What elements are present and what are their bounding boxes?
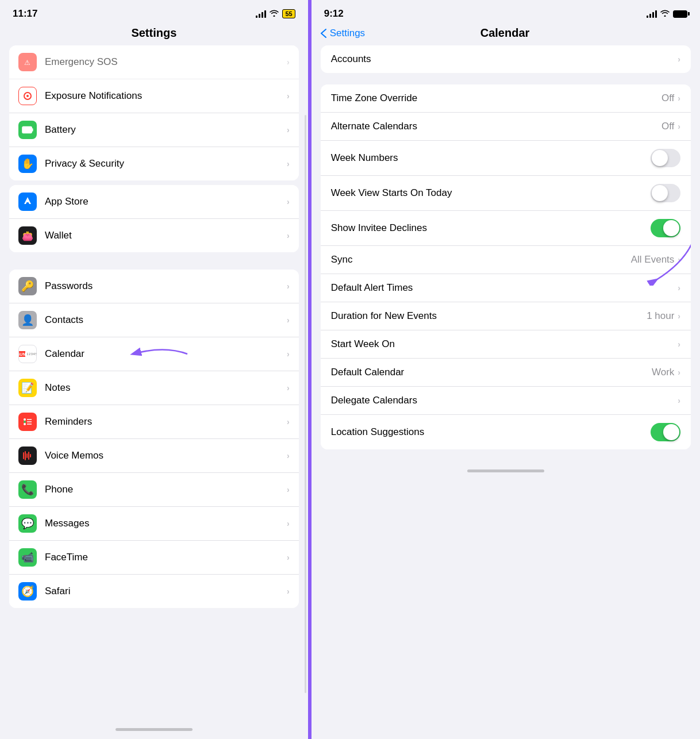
list-item[interactable]: Default Calendar Work ›	[321, 359, 691, 387]
right-title: Calendar	[480, 26, 530, 40]
svg-rect-4	[32, 128, 33, 131]
list-item[interactable]: Sync All Events ›	[321, 246, 691, 274]
list-item[interactable]: Duration for New Events 1 hour ›	[321, 302, 691, 330]
back-button[interactable]: Settings	[321, 28, 365, 39]
list-item[interactable]: Alternate Calendars Off ›	[321, 113, 691, 141]
week-view-label: Week View Starts On Today	[331, 187, 651, 199]
contacts-label: Contacts	[45, 314, 287, 326]
list-item[interactable]: Accounts ›	[321, 45, 691, 73]
list-item[interactable]: Battery ›	[9, 113, 299, 147]
list-item[interactable]: Delegate Calendars ›	[321, 387, 691, 415]
safari-icon: 🧭	[18, 582, 37, 601]
list-item[interactable]: 📝 Notes ›	[9, 371, 299, 405]
list-item[interactable]: Show Invitee Declines	[321, 211, 691, 246]
chevron-icon: ›	[287, 125, 290, 134]
week-numbers-toggle[interactable]	[651, 149, 680, 167]
default-calendar-label: Default Calendar	[331, 367, 652, 378]
chevron-icon: ›	[287, 587, 290, 596]
list-item[interactable]: ⚠ Emergency SOS ›	[9, 45, 299, 79]
list-item[interactable]: Week Numbers	[321, 141, 691, 176]
invitee-declines-label: Show Invitee Declines	[331, 222, 651, 234]
list-item[interactable]: 👛 Wallet ›	[9, 219, 299, 252]
signal-icon	[256, 10, 266, 18]
list-item[interactable]: SUN 1 2 3 4 5 Calendar ›	[9, 337, 299, 371]
chevron-icon: ›	[678, 368, 680, 377]
chevron-icon: ›	[287, 282, 290, 291]
default-alert-label: Default Alert Times	[331, 282, 678, 294]
right-status-icons	[647, 9, 687, 18]
calendar-label: Calendar	[45, 348, 287, 360]
list-item[interactable]: Default Alert Times ›	[321, 274, 691, 302]
exposure-label: Exposure Notifications	[45, 90, 287, 102]
list-item[interactable]: 💬 Messages ›	[9, 507, 299, 541]
location-suggestions-label: Location Suggestions	[331, 426, 651, 438]
notes-label: Notes	[45, 382, 287, 394]
duration-label: Duration for New Events	[331, 310, 647, 322]
chevron-icon: ›	[678, 283, 680, 292]
settings-group-1: ⚠ Emergency SOS › Exposure Notifications…	[9, 45, 299, 180]
chevron-icon: ›	[678, 340, 680, 349]
appstore-icon	[18, 193, 37, 211]
signal-icon	[647, 10, 657, 18]
right-nav-bar: Settings Calendar	[311, 24, 700, 45]
right-status-bar: 9:12	[311, 0, 700, 24]
wallet-label: Wallet	[45, 230, 287, 241]
settings-group-3: 🔑 Passwords › 👤 Contacts › SUN	[9, 270, 299, 608]
sync-label: Sync	[331, 254, 631, 265]
calendar-settings-group: Time Zone Override Off › Alternate Calen…	[321, 84, 691, 449]
scrollbar[interactable]	[305, 115, 306, 693]
list-item[interactable]: 📞 Phone ›	[9, 473, 299, 507]
list-item[interactable]: Voice Memos ›	[9, 439, 299, 473]
passwords-icon: 🔑	[18, 277, 37, 295]
list-item[interactable]: 👤 Contacts ›	[9, 303, 299, 337]
battery-settings-icon	[18, 121, 37, 139]
week-numbers-label: Week Numbers	[331, 152, 651, 164]
left-title: Settings	[131, 26, 176, 39]
list-item[interactable]: ✋ Privacy & Security ›	[9, 147, 299, 180]
svg-rect-13	[26, 453, 28, 458]
battery-full-icon	[673, 10, 687, 18]
left-time: 11:17	[13, 8, 37, 20]
safari-label: Safari	[45, 586, 287, 597]
chevron-icon: ›	[287, 349, 290, 359]
list-item[interactable]: 🧭 Safari ›	[9, 575, 299, 608]
list-item[interactable]: 🔑 Passwords ›	[9, 270, 299, 303]
list-item[interactable]: Time Zone Override Off ›	[321, 84, 691, 113]
battery-icon: 55	[282, 9, 295, 18]
accounts-group: Accounts ›	[321, 45, 691, 73]
list-item[interactable]: Reminders ›	[9, 405, 299, 439]
accounts-label: Accounts	[331, 53, 678, 65]
chevron-icon: ›	[287, 417, 290, 426]
privacy-icon: ✋	[18, 155, 37, 173]
list-item[interactable]: Start Week On ›	[321, 330, 691, 359]
chevron-icon: ›	[678, 255, 680, 264]
reminders-label: Reminders	[45, 416, 287, 428]
privacy-label: Privacy & Security	[45, 158, 287, 170]
delegate-cal-label: Delegate Calendars	[331, 395, 678, 406]
wallet-icon: 👛	[18, 226, 37, 245]
invitee-declines-toggle[interactable]	[651, 219, 680, 237]
list-item[interactable]: Week View Starts On Today	[321, 176, 691, 211]
voicememos-label: Voice Memos	[45, 450, 287, 461]
right-time: 9:12	[324, 8, 344, 20]
chevron-icon: ›	[287, 159, 290, 168]
back-label: Settings	[330, 28, 365, 39]
wifi-icon	[660, 9, 670, 18]
appstore-label: App Store	[45, 196, 287, 207]
alternate-cal-label: Alternate Calendars	[331, 121, 661, 132]
exposure-icon	[18, 87, 37, 105]
list-item[interactable]: App Store ›	[9, 185, 299, 219]
messages-icon: 💬	[18, 514, 37, 533]
list-item[interactable]: Location Suggestions	[321, 415, 691, 449]
passwords-label: Passwords	[45, 280, 287, 292]
list-item[interactable]: 📹 FaceTime ›	[9, 541, 299, 575]
left-status-bar: 11:17 55	[0, 0, 308, 24]
sync-value: All Events	[631, 254, 675, 265]
list-item[interactable]: Exposure Notifications ›	[9, 79, 299, 113]
week-view-toggle[interactable]	[651, 184, 680, 202]
chevron-icon: ›	[287, 91, 290, 101]
chevron-icon: ›	[678, 311, 680, 321]
location-suggestions-toggle[interactable]	[651, 423, 680, 441]
left-phone: 11:17 55 Settings	[0, 0, 310, 739]
chevron-icon: ›	[678, 396, 680, 405]
